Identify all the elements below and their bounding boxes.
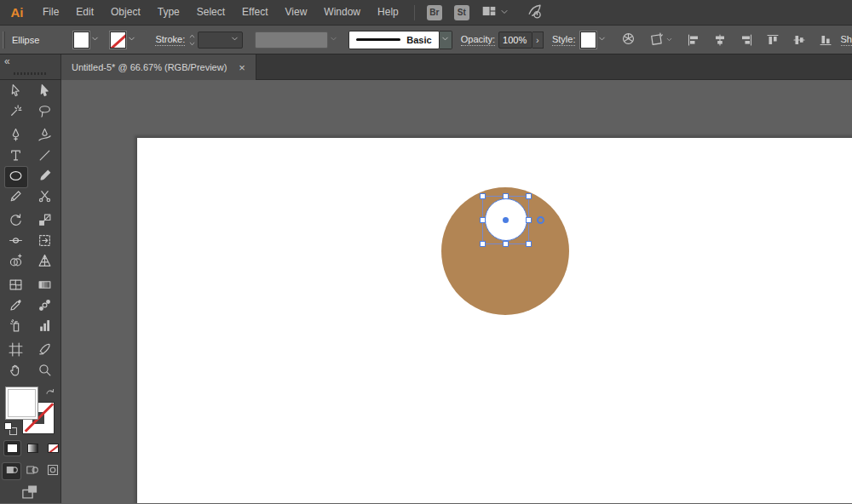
menu-select[interactable]: Select bbox=[188, 0, 233, 25]
stroke-label[interactable]: Stroke: bbox=[155, 34, 185, 46]
menu-edit[interactable]: Edit bbox=[67, 0, 102, 25]
hand-tool[interactable] bbox=[5, 361, 27, 381]
align-horizontal-right-icon[interactable] bbox=[740, 33, 753, 47]
direct-selection-tool[interactable] bbox=[34, 82, 56, 102]
selection-bounding-box[interactable] bbox=[482, 196, 529, 244]
swap-fill-stroke-icon[interactable] bbox=[45, 387, 56, 402]
fill-color-swatch[interactable] bbox=[73, 32, 89, 49]
fill-chevron-down-icon[interactable] bbox=[89, 32, 100, 49]
align-horizontal-center-icon[interactable] bbox=[713, 33, 727, 47]
lasso-tool[interactable] bbox=[34, 102, 56, 123]
stroke-color-swatch[interactable] bbox=[110, 32, 126, 49]
free-transform-tool[interactable] bbox=[34, 232, 56, 252]
align-vertical-bottom-icon[interactable] bbox=[819, 33, 832, 47]
fill-indicator[interactable] bbox=[6, 387, 37, 419]
selection-handle-w[interactable] bbox=[480, 217, 486, 223]
menu-object[interactable]: Object bbox=[102, 0, 149, 25]
selection-handle-sw[interactable] bbox=[480, 241, 486, 247]
style-label[interactable]: Style: bbox=[552, 34, 576, 46]
stroke-weight-stepper[interactable] bbox=[188, 32, 196, 49]
pencil-tool[interactable] bbox=[5, 187, 27, 208]
draw-normal-icon[interactable] bbox=[3, 463, 20, 479]
panel-grip-icon[interactable] bbox=[14, 72, 48, 75]
default-fill-stroke-icon[interactable] bbox=[4, 422, 17, 435]
width-tool[interactable] bbox=[5, 232, 27, 252]
bridge-button[interactable]: Br bbox=[427, 5, 442, 20]
selection-handle-s[interactable] bbox=[503, 241, 509, 247]
menu-type[interactable]: Type bbox=[149, 0, 188, 25]
workspace-switcher-icon[interactable] bbox=[481, 3, 497, 22]
rotate-tool[interactable] bbox=[5, 211, 27, 232]
selection-handle-e[interactable] bbox=[526, 217, 532, 223]
align-horizontal-left-icon[interactable] bbox=[687, 33, 700, 47]
selection-center-point[interactable] bbox=[503, 217, 509, 223]
color-button[interactable] bbox=[4, 441, 20, 455]
tab-close-icon[interactable]: × bbox=[239, 62, 245, 73]
scissors-tool[interactable] bbox=[34, 187, 56, 208]
menu-help[interactable]: Help bbox=[369, 0, 407, 25]
selection-tool[interactable] bbox=[5, 82, 27, 102]
scissors-tool-icon bbox=[37, 189, 52, 207]
column-graph-tool[interactable] bbox=[34, 317, 56, 337]
none-button[interactable] bbox=[45, 441, 61, 455]
perspective-grid-tool[interactable] bbox=[34, 252, 56, 272]
menu-effect[interactable]: Effect bbox=[233, 0, 276, 25]
drawing-mode-buttons bbox=[3, 463, 61, 479]
pen-tool-icon bbox=[9, 128, 23, 146]
document-tab[interactable]: Untitled-5* @ 66.67% (RGB/Preview) × bbox=[61, 54, 256, 80]
menu-file[interactable]: File bbox=[34, 0, 67, 25]
live-shape-widget[interactable] bbox=[537, 216, 544, 224]
selection-handle-nw[interactable] bbox=[480, 193, 486, 199]
type-tool[interactable] bbox=[5, 146, 27, 167]
stock-button[interactable]: St bbox=[454, 5, 469, 20]
curvature-tool[interactable] bbox=[34, 126, 56, 146]
opacity-menu-button[interactable]: › bbox=[532, 32, 544, 49]
stroke-chevron-down-icon[interactable] bbox=[126, 32, 136, 49]
magic-wand-tool[interactable] bbox=[5, 102, 27, 123]
menu-bar: Ai FileEditObjectTypeSelectEffectViewWin… bbox=[0, 0, 852, 26]
zoom-tool[interactable] bbox=[34, 361, 56, 381]
gradient-tool[interactable] bbox=[34, 276, 56, 296]
artboard-tool[interactable] bbox=[5, 341, 27, 361]
artboard-tool-icon bbox=[9, 342, 23, 360]
style-chevron-down-icon[interactable] bbox=[596, 32, 607, 49]
menu-window[interactable]: Window bbox=[315, 0, 369, 25]
pen-tool[interactable] bbox=[5, 126, 27, 146]
align-buttons bbox=[687, 33, 832, 47]
eyedropper-tool[interactable] bbox=[5, 296, 27, 317]
workspace-chevron-down-icon[interactable] bbox=[499, 5, 509, 20]
align-vertical-top-icon[interactable] bbox=[766, 33, 780, 47]
screen-mode-icon[interactable] bbox=[21, 484, 38, 504]
line-segment-tool[interactable] bbox=[34, 146, 56, 167]
blend-tool[interactable] bbox=[34, 296, 56, 317]
gradient-button[interactable] bbox=[25, 441, 41, 455]
menu-view[interactable]: View bbox=[277, 0, 316, 25]
draw-behind-icon[interactable] bbox=[23, 463, 41, 479]
align-vertical-center-icon[interactable] bbox=[792, 33, 806, 47]
stroke-weight-select[interactable] bbox=[198, 32, 243, 49]
canvas-pasteboard[interactable] bbox=[61, 80, 852, 503]
opacity-label[interactable]: Opacity: bbox=[461, 34, 495, 46]
scale-tool[interactable] bbox=[34, 211, 56, 232]
stroke-style-dropdown[interactable]: Basic bbox=[348, 31, 439, 49]
selection-handle-se[interactable] bbox=[526, 241, 532, 247]
symbol-sprayer-tool[interactable] bbox=[5, 317, 27, 337]
draw-inside-icon[interactable] bbox=[43, 463, 61, 479]
control-bar-grip[interactable] bbox=[3, 32, 5, 49]
collapse-panel-icon[interactable]: « bbox=[4, 54, 10, 68]
mesh-tool[interactable] bbox=[5, 276, 27, 296]
gpu-performance-icon[interactable] bbox=[527, 3, 544, 23]
isolate-mode-icon[interactable] bbox=[649, 32, 673, 49]
recolor-artwork-icon[interactable] bbox=[621, 32, 636, 48]
ellipse-tool[interactable] bbox=[5, 167, 27, 187]
selection-handle-n[interactable] bbox=[503, 193, 509, 199]
lasso-tool-icon bbox=[37, 104, 52, 122]
slice-tool[interactable] bbox=[34, 341, 56, 361]
shape-builder-tool[interactable] bbox=[5, 252, 27, 272]
selection-handle-ne[interactable] bbox=[526, 193, 532, 199]
stroke-style-chevron-down-icon[interactable] bbox=[440, 31, 452, 49]
paintbrush-tool[interactable] bbox=[34, 167, 56, 187]
control-bar: Ellipse Stroke: Basic Opacity: 100% › St… bbox=[0, 26, 852, 54]
opacity-field[interactable]: 100% bbox=[498, 32, 532, 49]
graphic-style-swatch[interactable] bbox=[580, 32, 596, 49]
